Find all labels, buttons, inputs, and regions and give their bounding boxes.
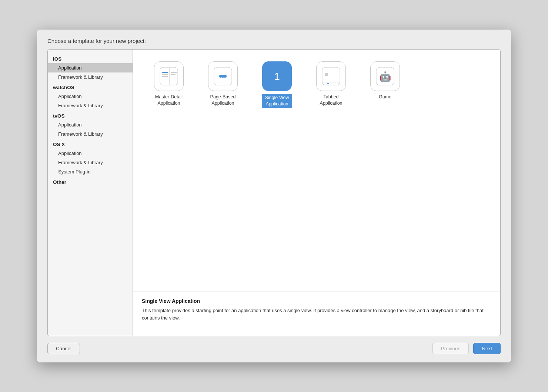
sidebar-item-framework---library[interactable]: Framework & Library — [48, 129, 133, 139]
svg-rect-2 — [162, 74, 168, 75]
dialog-title: Choose a template for your new project: — [37, 30, 511, 49]
footer-right-buttons: Previous Next — [432, 343, 501, 354]
sidebar: iOSApplicationFramework & LibrarywatchOS… — [48, 50, 133, 336]
sidebar-item-framework---library[interactable]: Framework & Library — [48, 101, 133, 110]
template-item-tabbed[interactable]: ··· Tabbed Application — [307, 58, 355, 111]
svg-point-16 — [327, 83, 329, 84]
sidebar-section-watchos[interactable]: watchOS — [48, 82, 133, 92]
svg-rect-6 — [171, 74, 176, 75]
sidebar-item-application[interactable]: Application — [48, 149, 133, 158]
next-button[interactable]: Next — [473, 343, 501, 354]
sidebar-item-system-plug-in[interactable]: System Plug-in — [48, 167, 133, 176]
svg-text:1: 1 — [274, 71, 280, 82]
svg-text:···: ··· — [332, 81, 335, 85]
sidebar-section-tvos[interactable]: tvOS — [48, 110, 133, 120]
svg-text:🤖: 🤖 — [379, 71, 391, 82]
template-icon-game: 🤖 — [370, 61, 400, 91]
svg-rect-13 — [322, 67, 340, 85]
svg-rect-3 — [162, 76, 168, 77]
sidebar-section-os-x[interactable]: OS X — [48, 139, 133, 149]
svg-rect-5 — [171, 72, 177, 73]
description-title: Single View Application — [142, 298, 491, 304]
template-label-tabbed: Tabbed Application — [320, 94, 342, 107]
sidebar-item-application[interactable]: Application — [48, 120, 133, 129]
template-label-page-based: Page-Based Application — [210, 94, 236, 107]
template-icon-master-detail — [154, 61, 184, 91]
description-text: This template provides a starting point … — [142, 307, 491, 322]
dialog-body: iOSApplicationFramework & LibrarywatchOS… — [47, 49, 501, 336]
template-label-single-view: Single View Application — [262, 94, 292, 108]
sidebar-section-ios[interactable]: iOS — [48, 53, 133, 63]
sidebar-item-framework---library[interactable]: Framework & Library — [48, 72, 133, 82]
template-icon-single-view: 1 — [262, 61, 292, 91]
sidebar-item-application[interactable]: Application — [48, 92, 133, 101]
template-icon-tabbed: ··· — [316, 61, 346, 91]
template-icon-page-based — [208, 61, 238, 91]
template-item-game[interactable]: 🤖 Game — [361, 58, 409, 111]
svg-rect-1 — [162, 72, 168, 73]
template-grid: Master-Detail Application Page-Based App… — [133, 50, 500, 291]
previous-button[interactable]: Previous — [432, 343, 469, 354]
dialog-footer: Cancel Previous Next — [37, 336, 511, 362]
template-label-game: Game — [379, 94, 391, 100]
svg-point-10 — [224, 75, 227, 78]
new-project-dialog: Choose a template for your new project: … — [37, 30, 511, 362]
sidebar-item-framework---library[interactable]: Framework & Library — [48, 158, 133, 167]
description-panel: Single View Application This template pr… — [133, 291, 500, 336]
template-item-master-detail[interactable]: Master-Detail Application — [145, 58, 193, 111]
content-area: Master-Detail Application Page-Based App… — [133, 50, 500, 336]
template-item-single-view[interactable]: 1 Single View Application — [253, 58, 301, 111]
template-label-master-detail: Master-Detail Application — [155, 94, 183, 107]
template-item-page-based[interactable]: Page-Based Application — [199, 58, 247, 111]
cancel-button[interactable]: Cancel — [47, 343, 80, 354]
sidebar-section-other[interactable]: Other — [48, 176, 133, 186]
svg-rect-15 — [325, 73, 328, 76]
sidebar-item-application[interactable]: Application — [48, 63, 133, 72]
